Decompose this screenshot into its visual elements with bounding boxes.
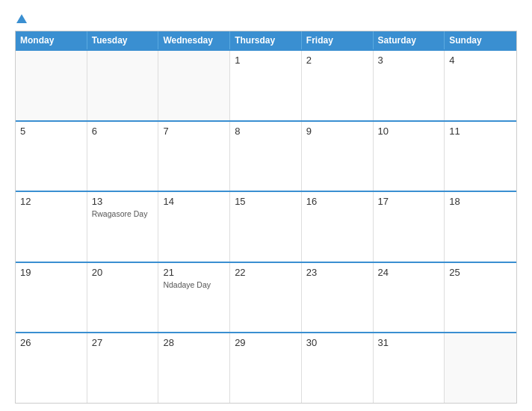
day-number: 26 xyxy=(20,337,31,348)
day-number: 24 xyxy=(378,267,389,278)
week-row-1: 1234 xyxy=(16,49,516,120)
calendar-cell: 15 xyxy=(230,192,302,262)
calendar-cell: 11 xyxy=(445,122,516,191)
calendar-cell xyxy=(158,51,230,120)
day-number: 22 xyxy=(235,267,245,278)
logo-triangle-icon xyxy=(16,14,27,23)
calendar-cell: 27 xyxy=(87,333,159,403)
day-number: 19 xyxy=(20,267,31,278)
calendar-cell: 10 xyxy=(374,122,445,191)
header-saturday: Saturday xyxy=(374,31,445,49)
day-number: 8 xyxy=(235,126,240,137)
day-number: 12 xyxy=(20,196,31,207)
day-number: 31 xyxy=(378,337,389,348)
calendar-cell: 22 xyxy=(230,263,302,333)
calendar-cell: 9 xyxy=(302,122,374,191)
day-number: 7 xyxy=(163,126,168,137)
calendar-cell: 26 xyxy=(16,333,87,403)
day-number: 30 xyxy=(306,337,317,348)
week-row-5: 262728293031 xyxy=(16,332,516,403)
calendar-cell xyxy=(87,51,159,120)
day-number: 21 xyxy=(163,267,173,278)
header-tuesday: Tuesday xyxy=(87,31,159,49)
event-label: Rwagasore Day xyxy=(92,209,148,218)
calendar-cell: 12 xyxy=(16,192,87,262)
day-number: 6 xyxy=(92,126,97,137)
calendar-cell: 19 xyxy=(16,263,87,333)
day-number: 17 xyxy=(378,196,389,207)
calendar-cell: 30 xyxy=(302,333,374,403)
day-number: 4 xyxy=(449,55,454,66)
calendar-cell: 31 xyxy=(374,333,445,403)
calendar-cell xyxy=(445,333,516,403)
header-friday: Friday xyxy=(302,31,374,49)
calendar-cell: 14 xyxy=(158,192,230,262)
calendar-cell: 28 xyxy=(158,333,230,403)
calendar-cell: 7 xyxy=(158,122,230,191)
day-number: 14 xyxy=(163,196,173,207)
day-number: 25 xyxy=(449,267,460,278)
day-number: 5 xyxy=(20,126,25,137)
logo xyxy=(15,13,27,23)
week-row-3: 1213Rwagasore Day1415161718 xyxy=(16,191,516,262)
calendar-cell: 20 xyxy=(87,263,159,333)
day-number: 2 xyxy=(306,55,312,66)
event-label: Ndadaye Day xyxy=(163,280,211,289)
calendar-cell: 23 xyxy=(302,263,374,333)
calendar-body: 12345678910111213Rwagasore Day1415161718… xyxy=(16,49,516,403)
day-number: 13 xyxy=(92,196,102,207)
day-number: 29 xyxy=(235,337,245,348)
day-number: 28 xyxy=(163,337,173,348)
calendar-cell: 13Rwagasore Day xyxy=(87,192,159,262)
week-row-4: 192021Ndadaye Day22232425 xyxy=(16,262,516,333)
day-number: 23 xyxy=(306,267,317,278)
day-number: 27 xyxy=(92,337,102,348)
calendar-cell: 1 xyxy=(230,51,302,120)
day-number: 9 xyxy=(306,126,312,137)
calendar-cell: 3 xyxy=(374,51,445,120)
header-sunday: Sunday xyxy=(445,31,516,49)
day-number: 15 xyxy=(235,196,245,207)
day-number: 1 xyxy=(235,55,240,66)
calendar-cell: 18 xyxy=(445,192,516,262)
header-monday: Monday xyxy=(16,31,87,49)
day-number: 10 xyxy=(378,126,389,137)
day-number: 16 xyxy=(306,196,317,207)
calendar-cell: 8 xyxy=(230,122,302,191)
calendar-cell: 24 xyxy=(374,263,445,333)
calendar-cell: 4 xyxy=(445,51,516,120)
calendar-cell: 5 xyxy=(16,122,87,191)
calendar-cell xyxy=(16,51,87,120)
calendar-cell: 2 xyxy=(302,51,374,120)
calendar-cell: 21Ndadaye Day xyxy=(158,263,230,333)
calendar-cell: 25 xyxy=(445,263,516,333)
calendar-cell: 6 xyxy=(87,122,159,191)
header-wednesday: Wednesday xyxy=(158,31,230,49)
day-number: 18 xyxy=(449,196,460,207)
week-row-2: 567891011 xyxy=(16,120,516,191)
header-thursday: Thursday xyxy=(230,31,302,49)
calendar-header xyxy=(15,13,517,23)
calendar-cell: 17 xyxy=(374,192,445,262)
day-number: 20 xyxy=(92,267,102,278)
calendar-cell: 29 xyxy=(230,333,302,403)
day-number: 11 xyxy=(449,126,460,137)
day-number: 3 xyxy=(378,55,383,66)
page: Monday Tuesday Wednesday Thursday Friday… xyxy=(0,0,532,411)
calendar-grid: Monday Tuesday Wednesday Thursday Friday… xyxy=(15,31,517,404)
weekday-header: Monday Tuesday Wednesday Thursday Friday… xyxy=(16,31,516,49)
calendar-cell: 16 xyxy=(302,192,374,262)
